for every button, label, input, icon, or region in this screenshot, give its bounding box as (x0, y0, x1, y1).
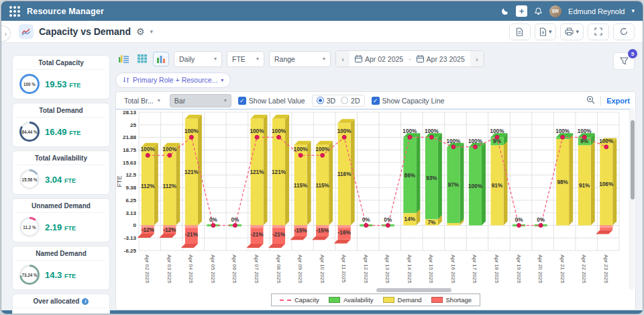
view-switcher (115, 52, 169, 66)
chart-card: Total Br...▾ Bar▾ ✓ Show Label Value 3D … (115, 91, 636, 310)
svg-text:0%: 0% (362, 217, 371, 223)
svg-text:86%: 86% (405, 173, 416, 179)
app-grid-icon[interactable] (9, 6, 20, 17)
over-allocated-count: 21 (47, 311, 61, 314)
svg-text:Apr 13 2025: Apr 13 2025 (384, 255, 390, 283)
radio-3d[interactable]: 3D (317, 97, 335, 105)
svg-text:Apr 06 2025: Apr 06 2025 (231, 255, 237, 283)
stats-sidebar: Total Capacity 100 % 19.53 FTE Total Dem… (12, 50, 110, 310)
legend-swatch (280, 300, 291, 301)
prev-period-button[interactable]: ‹ (336, 51, 350, 66)
svg-text:Apr 23 2025: Apr 23 2025 (603, 255, 609, 283)
dark-mode-icon[interactable] (500, 7, 509, 16)
top-bar: Resource Manager + ER Edmund Reynold ▾ (1, 1, 643, 21)
date-from-field[interactable]: Apr 02 2025 (350, 55, 409, 63)
svg-text:0%: 0% (537, 217, 545, 223)
filter-button[interactable]: 5 (613, 52, 635, 70)
stat-ring: 73.24 % (19, 265, 40, 285)
stat-title: Named Demand (17, 250, 105, 261)
chevron-down-icon: ▾ (221, 77, 223, 83)
svg-text:0%: 0% (515, 217, 524, 223)
svg-text:-16%: -16% (338, 230, 352, 236)
stat-value: 2.19 FTE (45, 222, 76, 232)
svg-text:Apr 16 2025: Apr 16 2025 (450, 255, 456, 283)
svg-text:115%: 115% (315, 183, 329, 189)
svg-text:-12%: -12% (163, 227, 176, 233)
vertical-scrollbar-thumb[interactable] (631, 120, 635, 199)
page-menu-chevron-icon[interactable]: ▾ (150, 29, 154, 35)
stat-value: 3.04 FTE (45, 175, 76, 185)
settings-gear-icon[interactable]: ⚙ (136, 27, 145, 36)
legend-item-demand[interactable]: Demand (383, 296, 422, 304)
show-capacity-line-checkbox[interactable]: ✓ Show Capacity Line (372, 97, 445, 105)
svg-text:100%: 100% (272, 128, 286, 134)
zoom-icon[interactable] (586, 95, 595, 105)
svg-text:115%: 115% (294, 183, 308, 189)
add-button[interactable]: + (516, 5, 527, 17)
export-document-button[interactable]: ▾ (535, 24, 557, 40)
stat-ring: 100 % (19, 74, 40, 94)
stat-ring: 15.56 % (19, 169, 40, 189)
user-menu-chevron-icon[interactable]: ▾ (631, 8, 635, 14)
svg-text:25: 25 (130, 122, 136, 128)
notifications-bell-icon[interactable] (534, 7, 543, 16)
checkbox-check-icon: ✓ (372, 97, 380, 105)
legend-item-availability[interactable]: Availability (329, 296, 374, 304)
svg-text:6.25: 6.25 (125, 197, 136, 204)
svg-text:100%: 100% (468, 138, 483, 144)
legend-swatch (329, 297, 340, 303)
svg-text:Apr 17 2025: Apr 17 2025 (472, 255, 478, 283)
stat-card-over-allocated: Over allocatedi 21 out of 24 (12, 294, 110, 314)
date-to-field[interactable]: Apr 23 2025 (411, 55, 470, 63)
show-label-value-checkbox[interactable]: ✓ Show Label Value (238, 97, 305, 105)
svg-text:-15%: -15% (294, 228, 308, 234)
date-range-picker: ‹ Apr 02 2025 - Apr 23 2025 › (335, 50, 484, 67)
group-by-pill[interactable]: Primary Role + Resource... ▾ (115, 73, 231, 88)
horizontal-scrollbar-thumb[interactable] (376, 288, 451, 292)
export-document-chevron-icon[interactable]: ▾ (549, 29, 552, 35)
vertical-scrollbar[interactable] (629, 108, 635, 289)
stat-title: Total Capacity (17, 59, 105, 70)
svg-text:100%: 100% (250, 128, 265, 134)
svg-text:-3.13: -3.13 (124, 235, 137, 241)
svg-text:100%: 100% (337, 128, 352, 134)
refresh-button[interactable] (613, 24, 635, 40)
chart-canvas: 28.132521.8818.7515.6312.59.386.253.130-… (116, 109, 630, 289)
svg-text:121%: 121% (272, 169, 286, 175)
breakdown-select[interactable]: Total Br...▾ (121, 97, 163, 105)
print-button[interactable]: ▾ (560, 24, 584, 40)
chevron-down-icon: ▾ (323, 56, 325, 62)
svg-text:Apr 11 2025: Apr 11 2025 (341, 255, 347, 283)
radio-2d[interactable]: 2D (341, 97, 360, 105)
user-avatar[interactable]: ER (549, 5, 561, 17)
export-button[interactable]: Export (606, 97, 630, 105)
unit-select[interactable]: FTE▾ (227, 51, 264, 67)
fullscreen-button[interactable] (588, 24, 609, 40)
view-chart-list-button[interactable] (115, 52, 131, 66)
view-bar-chart-button[interactable] (153, 52, 169, 66)
next-period-button[interactable]: › (470, 51, 484, 66)
page-actions: ▾ ▾ (509, 24, 635, 40)
stat-value: 16.49 FTE (45, 127, 80, 137)
stat-value: 19.53 FTE (45, 79, 80, 89)
svg-text:100%: 100% (402, 128, 417, 134)
print-chevron-icon[interactable]: ▾ (576, 29, 579, 35)
stat-title: Over allocated (34, 298, 80, 305)
page-bar: Capacity vs Demand ⚙ ▾ ▾ ▾ (1, 21, 643, 43)
view-grid-button[interactable] (134, 52, 150, 66)
chevron-down-icon: ▾ (256, 56, 259, 62)
range-mode-select[interactable]: Range▾ (269, 51, 331, 67)
stat-value: 14.3 FTE (45, 270, 76, 280)
legend-swatch (431, 297, 443, 303)
legend-item-shortage[interactable]: Shortage (431, 296, 472, 304)
info-icon[interactable]: i (82, 298, 89, 305)
interval-select[interactable]: Daily▾ (174, 51, 222, 67)
chevron-down-icon: ▾ (214, 56, 217, 62)
report-button[interactable] (509, 24, 531, 40)
svg-text:100%: 100% (315, 146, 330, 152)
legend-item-capacity[interactable]: Capacity (280, 296, 319, 304)
svg-text:Apr 02 2025: Apr 02 2025 (144, 255, 150, 283)
svg-text:-12%: -12% (142, 227, 155, 233)
chart-type-select[interactable]: Bar▾ (170, 94, 231, 107)
svg-text:Apr 14 2025: Apr 14 2025 (407, 255, 413, 283)
